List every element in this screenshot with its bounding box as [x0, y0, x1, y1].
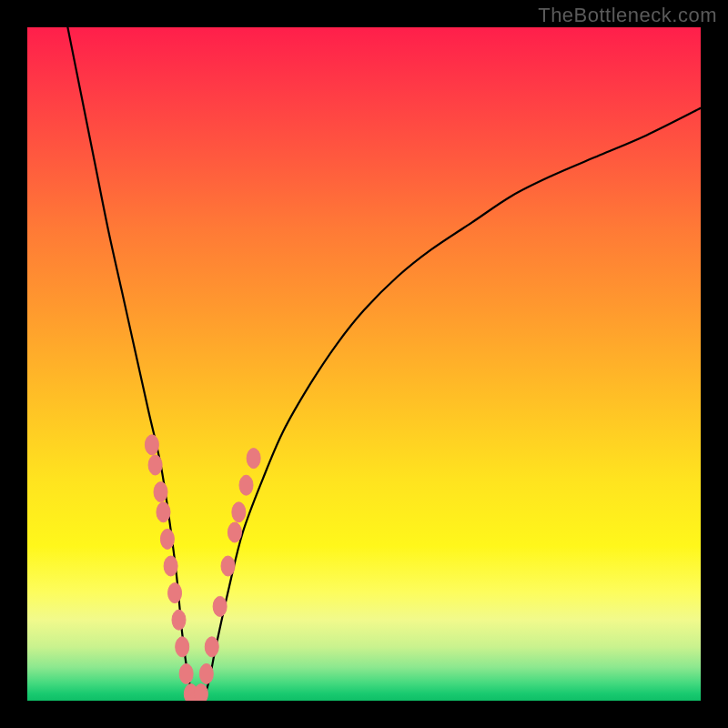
data-dot: [172, 610, 186, 630]
data-dot: [179, 663, 193, 683]
data-dot: [213, 596, 227, 616]
data-dot: [157, 502, 170, 522]
data-dot: [247, 449, 260, 469]
data-dot: [239, 475, 253, 495]
data-dot: [168, 583, 182, 603]
plot-frame: [27, 27, 701, 701]
data-dot: [145, 435, 158, 455]
data-dot: [148, 455, 162, 475]
chart-container: TheBottleneck.com: [0, 0, 728, 728]
data-dot: [164, 556, 177, 576]
data-dot: [205, 637, 218, 657]
watermark-text: TheBottleneck.com: [538, 4, 717, 27]
curve-svg: [27, 27, 701, 701]
data-dot: [199, 663, 213, 683]
plot-area: [27, 27, 701, 701]
bottleneck-curve: [67, 27, 701, 701]
data-dot: [154, 482, 167, 502]
data-dot: [194, 684, 207, 701]
data-dot: [232, 502, 246, 522]
data-dot: [160, 529, 174, 549]
data-dot: [176, 637, 189, 657]
data-dot: [221, 556, 235, 576]
data-dot: [228, 522, 241, 542]
